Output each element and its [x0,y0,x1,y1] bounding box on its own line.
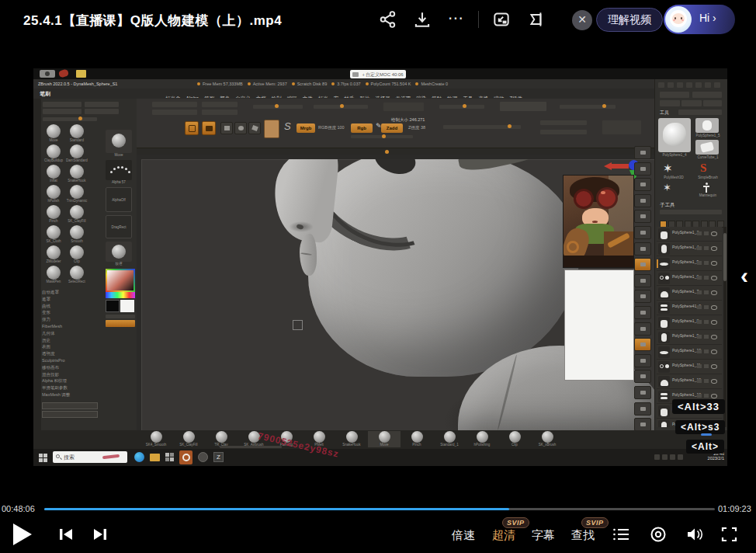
subtool-row: PolySphere1_9 [657,330,722,345]
tray-brush: SK4_Smooth [140,431,172,447]
brush-sphere [47,144,61,158]
left-menu-item: 变形 [42,310,104,317]
eye-icon [711,335,717,339]
left-menu-list: 自动遮罩遮罩曲线变形弹力FiberMesh几何体历史表面透明度Sculptris… [42,290,104,399]
brush-label: Standard_1 [433,443,466,447]
brush-sphere [47,165,61,179]
subtool-name: PolySphere1_3 [672,230,699,235]
playlist-icon[interactable] [612,527,629,542]
folder-icon [150,454,160,461]
zbrush-menu-item: 笔触 [432,96,442,98]
tool-thumb-label: Mannequin [692,193,723,198]
speed-button[interactable]: 倍速 [452,528,475,543]
left-menu-item: 弹力 [42,317,104,324]
zbrush-menu-item: 缩放 [494,96,504,98]
brush-sphere [346,431,358,443]
strip-button [634,226,651,239]
zbrush-menu-item: 编辑 [287,96,297,98]
strip-button [634,418,651,431]
zadd-chip: Zadd [381,123,403,133]
subtool-buttons [697,261,702,265]
subtool-row: PolySphere41_2 [657,301,722,315]
keypress-overlay: <Alt>33 [672,399,725,414]
zbrush-menu-item: Alpha [186,96,199,98]
find-button[interactable]: 查找 [571,528,595,543]
left-menu-item: 曲线 [42,304,104,311]
zbrush-stats: Free Mem 57,333MBActive Mem: 2937Scratch… [192,82,448,86]
reference-image [563,175,634,268]
next-button[interactable] [92,527,109,541]
brush-label: hPolishing [466,443,498,447]
brush-label: Pinch [42,219,65,224]
brush-sphere [151,431,162,443]
subtool-row: PolySphere1_11 [657,360,722,374]
left-edge-strip [33,99,41,430]
brush-label: Smooth [65,239,88,244]
subtool-buttons [697,276,702,280]
play-button[interactable] [13,523,32,545]
subtool-row: PolySphere1_12 [657,374,722,389]
recorder-icon [352,72,359,77]
more-options-icon[interactable]: ⋯ [446,9,466,30]
brush-label: SK_ClayFill [172,443,205,447]
subtitles-button[interactable]: 字幕 [532,528,555,543]
subtool-thumb [658,376,670,388]
subtool-row: PolySphere1_7 [657,286,722,301]
tray-brush: Standard_1 [433,431,466,447]
left-menu-item: 遮罩 [42,297,104,304]
eye-icon [711,364,717,369]
strip-button [634,354,651,367]
tray-brush: Clip [498,431,531,447]
brush-sphere [542,431,553,443]
previous-button[interactable] [57,527,75,541]
volume-icon[interactable] [685,526,704,543]
subtool-list: PolySphere1_3PolySphere1_4PolySphere1_5P… [657,227,722,427]
zbrush-menu-item: 文件 [303,96,313,98]
zbrush-menu-item: 渲染 [416,96,426,98]
strip-button [634,322,651,336]
zbrush-right-panel: 工具 PolySphere1_4 PolySphere1_5 CurveTube… [654,79,727,430]
zbrush-titlebar: ZBrush 2022.0.5 - DynaMesh_Sphere_S1 Fre… [33,79,727,89]
rgb-chip: Rgb [351,123,373,133]
recorder-label: ＋自定义MOC 40:06 [361,71,404,78]
z-intensity-label: Z强度 38 [408,125,425,130]
brush-palette-label: 笔刷 [40,90,50,98]
record-icon[interactable] [650,526,667,543]
quality-button[interactable]: 超清 [492,528,515,543]
picture-in-picture-icon[interactable] [491,9,512,30]
subtool-name: PolySphere1_7 [672,289,699,294]
simplebrush-icon: S [700,162,706,175]
brush-sphere [47,266,61,280]
subtool-thumb [658,332,670,343]
subtool-scrollbar [723,227,727,427]
account-button[interactable]: Hi › [664,5,735,34]
close-button[interactable]: ✕ [572,10,592,30]
video-player-window: 25.4.1【直播课】Q版人物建模（上）.mp4 ⋯ ✕ 理解视频 Hi › [0,0,756,553]
stroke-button [248,122,261,134]
brush-cursor [293,320,303,330]
keypress-overlay: <Alt> [686,440,724,454]
flag-report-icon[interactable] [526,9,546,30]
download-icon[interactable] [412,9,432,30]
video-frame[interactable]: ＋自定义MOC 40:06 ZBrush 2022.0.5 - DynaMesh… [33,68,727,466]
star-icon: ✶ [663,182,671,193]
progress-bar[interactable] [44,508,715,510]
stroke-button [234,122,247,134]
understand-video-button[interactable]: 理解视频 [596,8,663,32]
brush-thumb: TrimDynamic [65,185,88,203]
brush-sphere [477,431,488,443]
stroke-curve-icon: S [284,120,291,132]
svip-badge: SVIP [581,517,609,528]
brush-label: MaskPen [42,280,65,284]
subtool-buttons [697,246,702,250]
fullscreen-icon[interactable] [721,527,737,542]
zbrush-menu-item: 灯光盒 [165,96,181,98]
side-panel-chevron[interactable]: ‹ [740,263,748,289]
eye-icon [711,231,717,236]
mannequin-icon [703,183,709,193]
brush-sphere [379,431,390,443]
tool-thumb-label: SimpleBrush [692,176,723,180]
share-icon[interactable] [378,9,398,30]
left-menu-item: 几何体 [42,331,104,338]
brush-label: SK_ClayFill [65,219,88,224]
